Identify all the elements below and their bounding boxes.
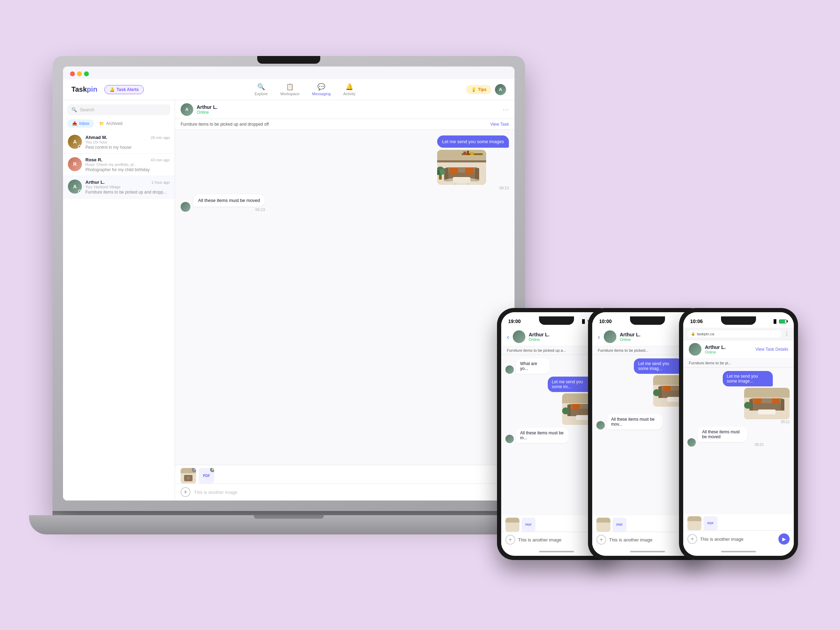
phone-1-thumb-pdf: PDF bbox=[521, 518, 535, 532]
phone-3-send-button[interactable]: ▶ bbox=[778, 534, 789, 545]
phone-3-msg-recv-2: All these items must be moved 09:23 bbox=[687, 427, 763, 447]
phone-3-recv-avatar bbox=[687, 438, 696, 447]
phone-3-statusbar-wrap: 10:06 ▐▌ bbox=[683, 312, 794, 328]
home-bar-2 bbox=[630, 551, 665, 552]
add-attachment-button[interactable]: + bbox=[181, 487, 190, 497]
phone-3-view-link[interactable]: View Task Details bbox=[755, 347, 788, 352]
svg-rect-4 bbox=[463, 152, 466, 155]
tab-inbox[interactable]: 📥 Inbox bbox=[67, 119, 94, 128]
phone-1-thumb-svg bbox=[505, 518, 519, 532]
messaging-icon: 💬 bbox=[317, 83, 325, 91]
phone-3-browser-bar: 🔒 taskpin.ca ⋮ bbox=[683, 328, 794, 340]
phone-3-recv-time: 09:23 bbox=[698, 443, 763, 447]
remove-thumb-2[interactable]: ✕ bbox=[210, 468, 214, 472]
phone-1-msg-recv-2: All these items must be m... bbox=[505, 428, 576, 443]
arthur-sub: You: Harbord Village bbox=[85, 185, 170, 189]
task-alerts-button[interactable]: 🔔 Task Alerts bbox=[104, 85, 144, 94]
close-button[interactable] bbox=[70, 71, 75, 76]
view-task-link[interactable]: View Task bbox=[490, 122, 509, 127]
conversation-arthur[interactable]: A Arthur L. 1 hour ago You: Harbord bbox=[63, 176, 175, 199]
phone-3-notch bbox=[721, 316, 756, 325]
archived-label: Archived bbox=[106, 121, 123, 126]
phone-2-avatar bbox=[604, 330, 616, 343]
phone-3-status: Online bbox=[705, 350, 726, 354]
msg-time-1: 09:23 bbox=[437, 186, 509, 190]
tab-archived[interactable]: 📁 Archived bbox=[94, 119, 127, 128]
thumb-pdf: PDF ✕ bbox=[199, 468, 214, 483]
rose-info: Rose R. 43 min ago Rose: Check my portfo… bbox=[85, 157, 170, 172]
svg-point-16 bbox=[442, 178, 481, 185]
ahmad-time: 26 min ago bbox=[151, 136, 170, 140]
chat-avatar-face: A bbox=[181, 103, 193, 116]
arthur-name: Arthur L. bbox=[85, 180, 105, 185]
nav-right: 💡 Tips A bbox=[466, 84, 506, 95]
message-input[interactable]: This is another image bbox=[194, 489, 509, 495]
ahmad-preview: Pest control in my house bbox=[85, 145, 170, 150]
phone-3-battery bbox=[779, 319, 787, 324]
task-alerts-label: Task Alerts bbox=[117, 87, 139, 92]
task-description: Furniture items to be picked up and drop… bbox=[181, 122, 269, 127]
remove-thumb-1[interactable]: ✕ bbox=[192, 468, 196, 472]
explore-icon: 🔍 bbox=[257, 83, 265, 91]
chat-input-area: + This is another image bbox=[175, 483, 515, 501]
more-icon[interactable]: ⋯ bbox=[503, 106, 509, 114]
browser-url-bar[interactable]: 🔒 taskpin.ca bbox=[687, 330, 781, 337]
phone-3-username: Arthur L. bbox=[705, 344, 726, 350]
phone-3-time: 10:06 bbox=[690, 319, 703, 324]
phone-2-add-btn[interactable]: + bbox=[597, 535, 606, 545]
svg-rect-43 bbox=[663, 386, 671, 391]
scene: Taskpin 🔔 Task Alerts 🔍 Explore bbox=[35, 35, 805, 595]
maximize-button[interactable] bbox=[84, 71, 89, 76]
phone-3: 10:06 ▐▌ 🔒 taskpin.ca ⋮ bbox=[679, 308, 798, 560]
filter-tabs: 📥 Inbox 📁 Archived bbox=[63, 119, 175, 131]
phone-3-task-bar: Furniture items to be pi... bbox=[683, 359, 794, 368]
phone-2-notch bbox=[630, 316, 665, 325]
phone-3-input[interactable]: This is another image bbox=[700, 537, 775, 542]
svg-rect-56 bbox=[772, 398, 780, 404]
nav-explore[interactable]: 🔍 Explore bbox=[254, 83, 267, 96]
more-dots-icon[interactable]: ⋮ bbox=[784, 330, 789, 337]
svg-rect-57 bbox=[758, 409, 775, 414]
phone-2-pdf-label: PDF bbox=[616, 523, 623, 526]
inbox-icon: 📥 bbox=[72, 121, 77, 126]
message-sent-images: Let me send you some images bbox=[437, 136, 509, 190]
back-button-1[interactable]: ‹ bbox=[507, 333, 509, 341]
phone-1-time: 19:00 bbox=[508, 319, 521, 324]
message-received-1: All these items must be moved 09:23 bbox=[181, 194, 265, 212]
ahmad-name: Ahmad M. bbox=[85, 135, 107, 140]
minimize-button[interactable] bbox=[77, 71, 82, 76]
phone-3-room-svg bbox=[744, 388, 789, 419]
phone-1-task-desc: Furniture items to be picked up a... bbox=[507, 348, 566, 352]
avatar-arthur: A bbox=[68, 180, 82, 194]
tips-icon: 💡 bbox=[471, 87, 476, 92]
explore-label: Explore bbox=[254, 92, 267, 96]
svg-rect-55 bbox=[754, 398, 762, 404]
phone-1-thumb-img bbox=[505, 518, 519, 532]
room-illustration bbox=[437, 150, 486, 185]
phone-3-add-btn[interactable]: + bbox=[687, 534, 697, 544]
tips-button[interactable]: 💡 Tips bbox=[466, 85, 491, 94]
nav-workspace[interactable]: 📋 Workspace bbox=[280, 83, 300, 96]
phone-2-time: 10:00 bbox=[599, 319, 612, 324]
nav-messaging[interactable]: 💬 Messaging bbox=[312, 83, 331, 96]
svg-rect-5 bbox=[467, 151, 469, 155]
svg-rect-36 bbox=[505, 523, 519, 532]
phone-1-recv-text-1: What are yo... bbox=[516, 358, 550, 374]
phone-3-image bbox=[744, 388, 789, 419]
phone-3-thumb-pdf: PDF bbox=[704, 516, 717, 530]
chat-input-wrapper: ✕ PDF ✕ + This is another image bbox=[175, 465, 515, 501]
phone-2-recv-avatar bbox=[597, 421, 605, 429]
user-avatar-nav[interactable]: A bbox=[495, 84, 506, 95]
nav-activity[interactable]: 🔔 Activity bbox=[343, 83, 355, 96]
phone-1-add-btn[interactable]: + bbox=[505, 535, 515, 545]
conversation-rose[interactable]: R Rose R. 43 min ago Rose: Check my port… bbox=[63, 154, 175, 176]
svg-rect-11 bbox=[449, 168, 458, 174]
conversation-ahmad[interactable]: A Ahmad M. 26 min ago You 1hr hour bbox=[63, 131, 175, 154]
phone-1-avatar bbox=[513, 330, 525, 343]
phone-2-username: Arthur L. bbox=[620, 332, 641, 337]
phone-3-header: Arthur L. Online View Task Details bbox=[683, 340, 794, 359]
nav-bar: Taskpin 🔔 Task Alerts 🔍 Explore bbox=[63, 79, 515, 100]
back-button-2[interactable]: ‹ bbox=[598, 333, 600, 341]
search-bar[interactable]: 🔍 Search bbox=[67, 104, 171, 115]
sidebar: 🔍 Search 📥 Inbox 📁 Archived bbox=[63, 100, 175, 501]
